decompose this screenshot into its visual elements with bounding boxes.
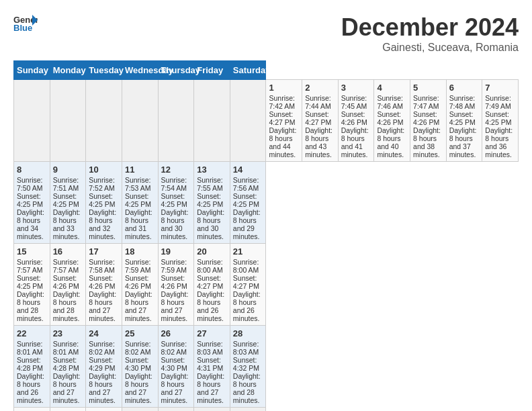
sunset-label: Sunset: 4:26 PM (125, 274, 151, 290)
calendar-cell: 9 Sunrise: 7:51 AM Sunset: 4:25 PM Dayli… (50, 162, 86, 244)
location-title: Gainesti, Suceava, Romania (341, 42, 519, 54)
sunrise-label: Sunrise: 7:49 AM (485, 94, 511, 110)
daylight-label: Daylight: 8 hours and 28 minutes. (53, 290, 81, 322)
sunrise-label: Sunrise: 7:58 AM (89, 258, 115, 274)
sunset-label: Sunset: 4:27 PM (269, 110, 295, 126)
sunset-label: Sunset: 4:25 PM (125, 192, 151, 208)
calendar-table: SundayMondayTuesdayWednesdayThursdayFrid… (13, 60, 519, 411)
calendar-cell (158, 408, 194, 412)
calendar-cell: 19 Sunrise: 7:59 AM Sunset: 4:26 PM Dayl… (158, 244, 194, 326)
sunrise-label: Sunrise: 8:02 AM (89, 340, 115, 356)
day-number: 8 (17, 165, 47, 175)
daylight-label: Daylight: 8 hours and 33 minutes. (53, 208, 81, 240)
day-number: 25 (125, 328, 155, 338)
sunrise-label: Sunrise: 7:52 AM (89, 176, 115, 192)
calendar-cell: 30 Sunrise: 8:03 AM Sunset: 4:33 PM Dayl… (50, 408, 86, 412)
sunrise-label: Sunrise: 7:57 AM (53, 258, 79, 274)
sunset-label: Sunset: 4:30 PM (125, 356, 151, 372)
daylight-label: Daylight: 8 hours and 27 minutes. (161, 372, 189, 404)
daylight-label: Daylight: 8 hours and 26 minutes. (17, 372, 44, 404)
daylight-label: Daylight: 8 hours and 30 minutes. (161, 208, 189, 240)
sunset-label: Sunset: 4:30 PM (161, 356, 187, 372)
day-number: 3 (341, 83, 371, 93)
day-number: 11 (125, 165, 155, 175)
logo: General Blue (13, 13, 38, 34)
header-friday: Friday (194, 61, 230, 80)
day-number: 4 (377, 83, 407, 93)
day-number: 5 (413, 83, 443, 93)
daylight-label: Daylight: 8 hours and 41 minutes. (341, 126, 369, 158)
header-saturday: Saturday (230, 61, 266, 80)
calendar-cell (86, 80, 122, 162)
calendar-cell: 12 Sunrise: 7:54 AM Sunset: 4:25 PM Dayl… (158, 162, 194, 244)
calendar-cell: 8 Sunrise: 7:50 AM Sunset: 4:25 PM Dayli… (14, 162, 50, 244)
sunrise-label: Sunrise: 7:46 AM (377, 94, 403, 110)
calendar-cell: 16 Sunrise: 7:57 AM Sunset: 4:26 PM Dayl… (50, 244, 86, 326)
sunrise-label: Sunrise: 8:01 AM (17, 340, 43, 356)
daylight-label: Daylight: 8 hours and 27 minutes. (53, 372, 81, 404)
calendar-cell (14, 80, 50, 162)
sunrise-label: Sunrise: 7:53 AM (125, 176, 151, 192)
calendar-cell (122, 408, 158, 412)
calendar-cell (230, 408, 266, 412)
day-number: 7 (485, 83, 515, 93)
calendar-cell: 10 Sunrise: 7:52 AM Sunset: 4:25 PM Dayl… (86, 162, 122, 244)
sunset-label: Sunset: 4:25 PM (233, 192, 259, 208)
sunrise-label: Sunrise: 7:57 AM (17, 258, 43, 274)
calendar-cell: 14 Sunrise: 7:56 AM Sunset: 4:25 PM Dayl… (230, 162, 266, 244)
calendar-cell: 18 Sunrise: 7:59 AM Sunset: 4:26 PM Dayl… (122, 244, 158, 326)
calendar-cell: 7 Sunrise: 7:49 AM Sunset: 4:25 PM Dayli… (482, 80, 519, 162)
day-number: 13 (197, 165, 227, 175)
day-number: 19 (161, 246, 191, 257)
sunrise-label: Sunrise: 7:54 AM (161, 176, 187, 192)
calendar-cell: 2 Sunrise: 7:44 AM Sunset: 4:27 PM Dayli… (302, 80, 339, 162)
calendar-cell: 31 Sunrise: 8:03 AM Sunset: 4:34 PM Dayl… (86, 408, 122, 412)
sunrise-label: Sunrise: 7:42 AM (269, 94, 295, 110)
calendar-cell: 4 Sunrise: 7:46 AM Sunset: 4:26 PM Dayli… (374, 80, 410, 162)
month-title: December 2024 (341, 13, 519, 42)
sunset-label: Sunset: 4:26 PM (341, 110, 367, 126)
calendar-cell: 23 Sunrise: 8:01 AM Sunset: 4:28 PM Dayl… (50, 326, 86, 408)
header-tuesday: Tuesday (86, 61, 122, 80)
sunset-label: Sunset: 4:27 PM (305, 110, 331, 126)
calendar-cell (194, 408, 230, 412)
sunset-label: Sunset: 4:26 PM (377, 110, 403, 126)
sunrise-label: Sunrise: 8:00 AM (233, 258, 259, 274)
daylight-label: Daylight: 8 hours and 28 minutes. (17, 290, 44, 322)
header-sunday: Sunday (14, 61, 50, 80)
calendar-cell: 27 Sunrise: 8:03 AM Sunset: 4:31 PM Dayl… (194, 326, 230, 408)
sunset-label: Sunset: 4:25 PM (485, 110, 511, 126)
header-monday: Monday (50, 61, 86, 80)
sunset-label: Sunset: 4:26 PM (413, 110, 439, 126)
daylight-label: Daylight: 8 hours and 34 minutes. (17, 208, 44, 240)
sunrise-label: Sunrise: 7:44 AM (305, 94, 331, 110)
sunset-label: Sunset: 4:25 PM (53, 192, 79, 208)
calendar-cell: 17 Sunrise: 7:58 AM Sunset: 4:26 PM Dayl… (86, 244, 122, 326)
sunrise-label: Sunrise: 7:55 AM (197, 176, 223, 192)
day-number: 2 (305, 83, 335, 93)
sunset-label: Sunset: 4:31 PM (197, 356, 223, 372)
daylight-label: Daylight: 8 hours and 27 minutes. (197, 372, 224, 404)
daylight-label: Daylight: 8 hours and 27 minutes. (161, 290, 189, 322)
calendar-cell: 25 Sunrise: 8:02 AM Sunset: 4:30 PM Dayl… (122, 326, 158, 408)
calendar-cell (122, 80, 158, 162)
sunset-label: Sunset: 4:26 PM (161, 274, 187, 290)
calendar-cell: 24 Sunrise: 8:02 AM Sunset: 4:29 PM Dayl… (86, 326, 122, 408)
sunrise-label: Sunrise: 7:56 AM (233, 176, 259, 192)
daylight-label: Daylight: 8 hours and 29 minutes. (233, 208, 261, 240)
day-number: 18 (125, 246, 155, 257)
daylight-label: Daylight: 8 hours and 36 minutes. (485, 126, 513, 158)
sunset-label: Sunset: 4:25 PM (449, 110, 476, 126)
daylight-label: Daylight: 8 hours and 32 minutes. (89, 208, 116, 240)
calendar-cell: 20 Sunrise: 8:00 AM Sunset: 4:27 PM Dayl… (194, 244, 230, 326)
sunset-label: Sunset: 4:28 PM (53, 356, 79, 372)
daylight-label: Daylight: 8 hours and 43 minutes. (305, 126, 332, 158)
day-number: 14 (233, 165, 263, 175)
sunset-label: Sunset: 4:27 PM (197, 274, 223, 290)
calendar-cell: 28 Sunrise: 8:03 AM Sunset: 4:32 PM Dayl… (230, 326, 266, 408)
daylight-label: Daylight: 8 hours and 27 minutes. (89, 372, 116, 404)
day-number: 10 (89, 165, 119, 175)
sunset-label: Sunset: 4:28 PM (17, 356, 43, 372)
sunset-label: Sunset: 4:25 PM (17, 274, 43, 290)
daylight-label: Daylight: 8 hours and 38 minutes. (413, 126, 441, 158)
